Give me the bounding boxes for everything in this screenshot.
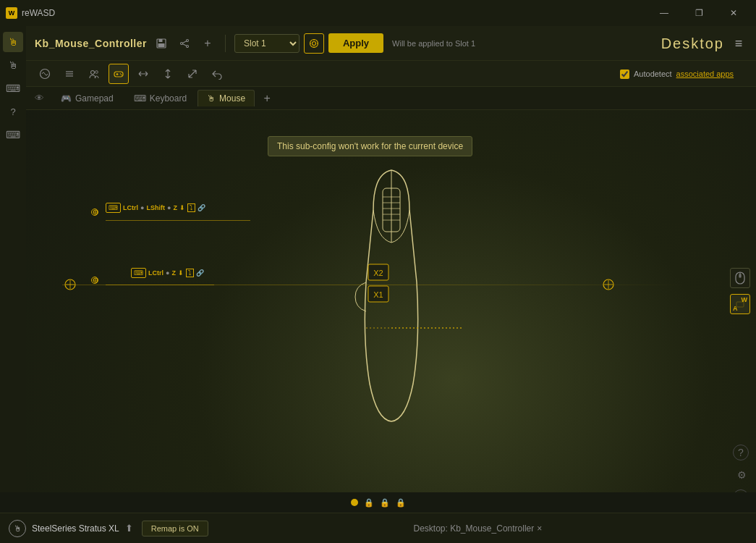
- svg-rect-1: [158, 39, 162, 42]
- svg-text:X2: X2: [373, 269, 383, 277]
- remap-on-button[interactable]: Remap is ON: [142, 521, 208, 536]
- autodetect-label: Autodetect: [634, 70, 672, 78]
- svg-point-23: [120, 73, 122, 75]
- svg-rect-52: [739, 274, 742, 278]
- sidebar-item-question[interactable]: ?: [3, 101, 23, 122]
- app-title: reWASD: [22, 8, 55, 18]
- svg-point-19: [95, 70, 98, 73]
- svg-point-24: [121, 74, 122, 75]
- slot-select[interactable]: Slot 1 Slot 2 Slot 3 Slot 4: [234, 34, 300, 53]
- lock-icon-2: 🔒: [380, 498, 390, 508]
- tab-mouse[interactable]: 🖱 Mouse: [198, 90, 255, 106]
- bottom-tab-indicators: 🔒 🔒 🔒: [0, 492, 756, 513]
- minimize-button[interactable]: —: [647, 0, 681, 26]
- device-name: SteelSeries Stratus XL: [32, 523, 119, 534]
- bottom-bar-tab: Desktop: Kb_Mouse_Controller ×: [208, 523, 747, 534]
- statusbar: 🖱 SteelSeries Stratus XL ⬆ Remap is ON D…: [0, 513, 756, 543]
- help-icon[interactable]: ?: [733, 445, 749, 460]
- save-button[interactable]: [153, 35, 170, 52]
- tab-bar: 👁 🎮 Gamepad ⌨ Keyboard 🖱 Mouse +: [26, 87, 756, 110]
- svg-text:X1: X1: [373, 290, 383, 299]
- arrow-diag-btn[interactable]: [182, 64, 203, 84]
- list-icon-btn[interactable]: [59, 64, 80, 84]
- right-panel-header: Desktop ≡: [640, 26, 756, 61]
- titlebar-left: W reWASD: [6, 7, 55, 19]
- target-icon[interactable]: [304, 33, 324, 54]
- sidebar-item-mouse1[interactable]: 🖱: [3, 32, 23, 52]
- restore-button[interactable]: ❐: [682, 0, 715, 26]
- gamepad-tab-label: Gamepad: [75, 93, 114, 104]
- bottom-dot-1: [351, 499, 358, 506]
- mouse-tab-icon: 🖱: [207, 93, 216, 104]
- close-button[interactable]: ✕: [717, 0, 750, 26]
- kb-w-icon[interactable]: A W: [730, 294, 750, 314]
- titlebar-controls: — ❐ ✕: [647, 0, 750, 26]
- svg-point-9: [312, 41, 315, 45]
- tab-gamepad[interactable]: 🎮 Gamepad: [51, 90, 123, 106]
- connector-x2-line: [106, 220, 250, 221]
- sidebar-item-keyboard2[interactable]: ⌨: [3, 125, 23, 145]
- lock-icon-3: 🔒: [396, 498, 406, 508]
- menu-icon-btn[interactable]: ≡: [730, 35, 747, 52]
- x1-mapping-label: ⌨ LCtrl ● Z ⬇ ⤵ 🔗: [131, 268, 204, 278]
- svg-rect-20: [114, 72, 123, 77]
- tab-eye-icon[interactable]: 👁: [35, 93, 44, 104]
- svg-rect-53: [736, 302, 744, 307]
- users-icon-btn[interactable]: [84, 64, 104, 84]
- mouse-illustration: X2 X1: [319, 152, 464, 427]
- will-apply-text: Will be applied to Slot 1: [392, 39, 475, 48]
- lock-icon-1: 🔒: [364, 498, 374, 508]
- slot-target-group: Slot 1 Slot 2 Slot 3 Slot 4 Apply: [234, 33, 383, 54]
- connector-x1-line: [106, 285, 214, 285]
- export-icon[interactable]: ⬆: [125, 523, 133, 534]
- app-icon: W: [6, 7, 17, 19]
- tooltip: This sub-config won't work for the curre…: [268, 136, 472, 156]
- share-button[interactable]: [176, 35, 193, 52]
- tab-add-btn[interactable]: +: [259, 90, 275, 106]
- mouse-mini-icon[interactable]: [730, 268, 750, 288]
- bottom-bar-text: Desktop: Kb_Mouse_Controller: [413, 523, 534, 534]
- sidebar-left: 🖱 🖱 ⌨ ? ⌨ 🖱: [0, 26, 26, 543]
- svg-point-3: [186, 39, 188, 41]
- svg-line-7: [182, 43, 186, 46]
- associated-apps-link[interactable]: associated apps: [676, 70, 734, 78]
- far-right-connector: [602, 278, 615, 294]
- add-config-button[interactable]: +: [199, 35, 216, 52]
- xbox-icon-btn[interactable]: [35, 64, 55, 84]
- sidebar-item-mouse2[interactable]: 🖱: [3, 55, 23, 75]
- right-side-icons: A W: [730, 268, 750, 314]
- arrow-lr-btn[interactable]: [133, 64, 153, 84]
- sidebar-item-keyboard1[interactable]: ⌨: [3, 78, 23, 98]
- bottom-bar-close[interactable]: ×: [537, 523, 542, 534]
- apply-button[interactable]: Apply: [328, 33, 383, 53]
- profile-name: Kb_Mouse_Controller: [35, 38, 147, 49]
- gamepad-tab-icon: 🎮: [61, 93, 72, 104]
- mouse-area: X2 X1 ⌨ LCtrl ● LShift ● Z ⬇ ⤵ 🔗 ⌨ LCtrl…: [26, 110, 756, 497]
- mouse-tab-label: Mouse: [219, 93, 245, 104]
- arrow-back-btn[interactable]: [207, 64, 227, 84]
- svg-line-6: [182, 41, 186, 43]
- desktop-title: Desktop: [661, 35, 724, 52]
- svg-point-8: [310, 39, 318, 47]
- svg-point-4: [186, 45, 188, 47]
- settings-icon[interactable]: ⚙: [733, 466, 750, 484]
- svg-point-18: [91, 70, 95, 74]
- titlebar: W reWASD — ❐ ✕: [0, 0, 756, 26]
- x2-mapping-label: ⌨ LCtrl ● LShift ● Z ⬇ ⤵ 🔗: [106, 203, 205, 213]
- svg-point-5: [180, 42, 182, 44]
- arrow-ud-btn[interactable]: [158, 64, 178, 84]
- autodetect-bar: Autodetect associated apps: [611, 61, 756, 87]
- separator1: [225, 35, 226, 52]
- left-bottom-connector: [91, 277, 98, 284]
- svg-rect-2: [158, 43, 164, 47]
- autodetect-checkbox[interactable]: [620, 70, 629, 79]
- left-top-connector: [91, 209, 98, 216]
- keyboard-tab-label: Keyboard: [150, 93, 187, 104]
- far-left-connector: [64, 278, 77, 294]
- gamepad-active-btn[interactable]: [109, 64, 129, 84]
- device-icon: 🖱: [9, 520, 26, 537]
- tab-keyboard[interactable]: ⌨ Keyboard: [124, 90, 196, 106]
- keyboard-tab-icon: ⌨: [134, 93, 146, 104]
